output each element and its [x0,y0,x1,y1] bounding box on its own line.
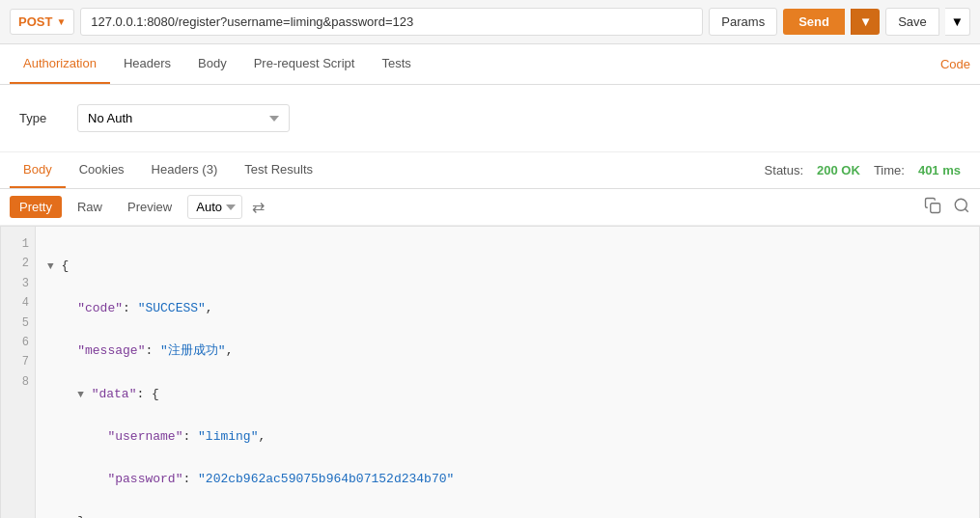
code-line-7: } [47,511,967,518]
line-numbers: 1 2 3 4 5 6 7 8 [1,227,36,518]
send-dropdown-button[interactable]: ▼ [851,9,880,35]
res-tab-test-results[interactable]: Test Results [231,152,326,188]
save-arrow-icon: ▼ [951,14,964,29]
response-tabs: Body Cookies Headers (3) Test Results St… [0,152,980,189]
auth-type-select[interactable]: No Auth [77,104,290,132]
svg-point-1 [955,199,966,210]
top-bar: POST ▼ Params Send ▼ Save ▼ [0,0,980,44]
params-button[interactable]: Params [709,8,777,36]
send-arrow-icon: ▼ [859,14,872,29]
code-content: ▼ { "code": "SUCCESS", "message": "注册成功"… [36,227,979,518]
auth-section: Type No Auth [0,85,980,152]
code-link[interactable]: Code [940,45,970,83]
code-line-4: ▼ "data": { [47,384,967,405]
code-line-3: "message": "注册成功", [47,341,967,362]
lang-select[interactable]: Auto [187,195,242,219]
status-value: 200 OK [817,163,860,177]
svg-rect-0 [931,204,940,213]
response-status-area: Status: 200 OK Time: 401 ms [765,163,970,177]
auth-type-label: Type [19,111,58,125]
res-tab-body[interactable]: Body [10,152,66,188]
response-body-wrapper: 1 2 3 4 5 6 7 8 ▼ { "code": "SUCCESS", "… [0,226,980,518]
code-line-5: "username": "liming", [47,426,967,448]
method-label: POST [18,14,52,29]
response-toolbar: Pretty Raw Preview Auto ⇄ [0,189,980,226]
tab-tests[interactable]: Tests [368,44,424,84]
res-tab-headers[interactable]: Headers (3) [138,152,232,188]
copy-icon[interactable] [924,197,941,217]
tab-headers[interactable]: Headers [110,44,184,84]
code-line-6: "password": "202cb962ac59075b964b07152d2… [47,469,967,490]
save-button[interactable]: Save [885,8,939,36]
svg-line-2 [965,208,967,211]
method-dropdown[interactable]: POST ▼ [10,9,74,35]
search-icon[interactable] [953,197,970,218]
tab-authorization[interactable]: Authorization [10,44,110,84]
format-tab-raw[interactable]: Raw [68,196,112,218]
tab-pre-request-script[interactable]: Pre-request Script [240,44,369,84]
code-line-2: "code": "SUCCESS", [47,298,967,319]
save-dropdown-button[interactable]: ▼ [945,8,970,36]
status-label: Status: [765,163,803,177]
time-value: 401 ms [918,163,961,177]
request-tabs: Authorization Headers Body Pre-request S… [0,44,980,85]
method-chevron-icon: ▼ [56,16,66,27]
response-body: 1 2 3 4 5 6 7 8 ▼ { "code": "SUCCESS", "… [1,227,979,518]
code-line-1: ▼ { [47,256,967,277]
tab-body[interactable]: Body [184,44,240,84]
res-tab-cookies[interactable]: Cookies [66,152,138,188]
send-button[interactable]: Send [783,9,845,35]
format-tab-preview[interactable]: Preview [118,196,182,218]
url-input[interactable] [80,8,703,36]
time-label: Time: [874,163,905,177]
wrap-icon[interactable]: ⇄ [252,198,265,216]
format-tab-pretty[interactable]: Pretty [10,196,62,218]
